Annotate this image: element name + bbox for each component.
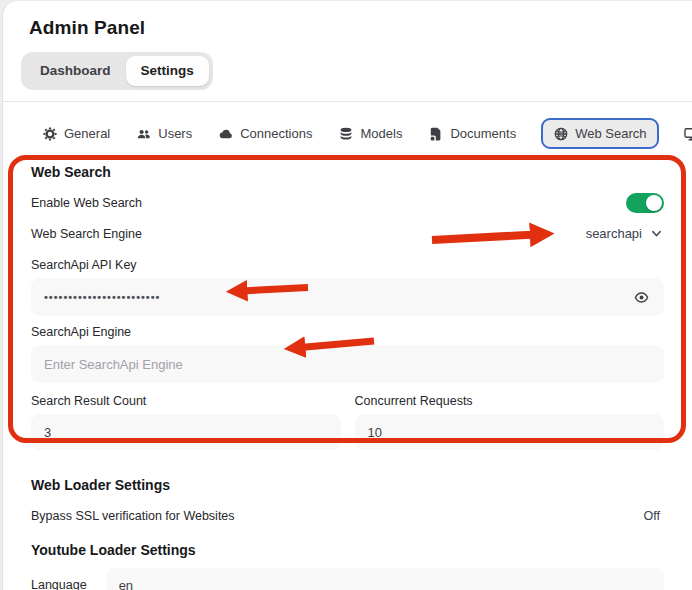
searchapi-engine-input-box [31,345,664,383]
nav-item-connections[interactable]: Connections [219,126,312,141]
searchapi-engine-input[interactable] [44,357,651,372]
enable-web-search-row: Enable Web Search [31,193,664,213]
enable-web-search-toggle[interactable] [626,193,664,213]
web-search-engine-select[interactable]: searchapi [586,226,664,241]
web-search-engine-label: Web Search Engine [31,227,142,241]
language-input[interactable] [119,578,651,590]
web-search-settings-panel: Web Search Enable Web Search Web Search … [3,149,692,590]
web-search-heading: Web Search [31,164,664,180]
api-key-input-box [31,278,664,316]
nav-item-web-search[interactable]: Web Search [541,118,659,149]
eye-icon [634,290,649,305]
nav-item-documents[interactable]: Documents [429,126,516,141]
api-key-input[interactable] [44,291,632,303]
concurrent-requests-input[interactable] [368,425,652,440]
bypass-ssl-toggle-button[interactable]: Off [640,507,664,525]
youtube-loader-heading: Youtube Loader Settings [31,542,664,558]
nav-item-users[interactable]: Users [137,126,192,141]
users-icon [137,127,151,141]
nav-item-label: General [64,126,110,141]
searchapi-engine-label: SearchApi Engine [31,325,664,339]
nav-item-label: Connections [240,126,312,141]
nav-item-label: Web Search [575,126,646,141]
gear-icon [43,127,57,141]
web-search-engine-row: Web Search Engine searchapi [31,226,664,241]
nav-item-interface[interactable]: Ir [684,126,692,141]
header: Admin Panel Dashboard Settings [3,1,692,90]
tab-settings[interactable]: Settings [126,56,209,86]
nav-item-label: Users [158,126,192,141]
nav-item-label: Documents [450,126,516,141]
admin-tab-switcher: Dashboard Settings [21,52,213,90]
tab-dashboard[interactable]: Dashboard [25,56,126,86]
document-icon [429,127,443,141]
concurrent-requests-label: Concurrent Requests [355,394,665,408]
search-result-count-box [31,414,341,450]
nav-item-general[interactable]: General [43,126,110,141]
chevron-down-icon [651,228,662,239]
nav-item-label: Models [360,126,402,141]
web-loader-heading: Web Loader Settings [31,477,664,493]
api-key-label: SearchApi API Key [31,258,664,272]
concurrent-requests-box [355,414,665,450]
monitor-icon [684,127,692,141]
enable-web-search-label: Enable Web Search [31,196,142,210]
language-row: Language [31,568,664,590]
database-icon [339,127,353,141]
language-label: Language [31,578,87,590]
page-title: Admin Panel [29,17,666,39]
web-search-engine-value: searchapi [586,226,642,241]
search-result-count-input[interactable] [44,425,328,440]
search-result-count-label: Search Result Count [31,394,341,408]
bypass-ssl-row: Bypass SSL verification for Websites Off [31,507,664,525]
language-input-box [106,568,664,590]
cloud-icon [219,127,233,141]
globe-icon [554,127,568,141]
settings-nav: General Users Connections [3,102,692,149]
show-api-key-button[interactable] [632,288,651,307]
nav-item-models[interactable]: Models [339,126,402,141]
bypass-ssl-label: Bypass SSL verification for Websites [31,509,235,523]
admin-panel-window: Admin Panel Dashboard Settings General [2,0,692,590]
toggle-knob [646,195,662,211]
